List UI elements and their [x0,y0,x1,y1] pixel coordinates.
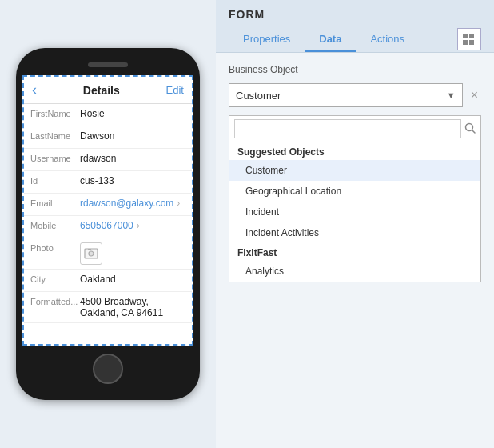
mobile-label: Mobile [30,220,80,230]
firstname-label: FirstName [30,108,80,118]
username-row: Username rdawson [24,149,192,171]
lastname-label: LastName [30,130,80,141]
svg-rect-3 [463,34,468,38]
city-value: Oakland [80,274,185,285]
form-tabs: Properties Data Actions [229,27,481,52]
mobile-row: Mobile 6505067000 › [24,216,192,238]
mobile-value[interactable]: 6505067000 › [80,220,185,231]
tab-data[interactable]: Data [305,27,356,52]
id-value: cus-133 [80,175,185,186]
svg-rect-5 [463,40,468,45]
photo-value [80,242,185,265]
lastname-row: LastName Dawson [24,126,192,149]
city-label: City [30,274,80,284]
dropdown-panel: Suggested Objects Customer Geographical … [229,115,481,282]
business-object-row: Customer ▼ × [229,83,481,107]
formatted-row: Formatted... 4500 Broadway, Oakland, CA … [24,292,192,323]
dropdown-item-analytics[interactable]: Analytics [229,261,480,282]
tab-actions[interactable]: Actions [356,27,419,52]
tab-icon-button[interactable] [457,28,481,50]
edit-button[interactable]: Edit [166,84,184,96]
firstname-row: FirstName Rosie [24,104,192,126]
phone-speaker [88,62,128,67]
dropdown-arrow-icon: ▼ [447,90,456,100]
dropdown-scroll[interactable]: Suggested Objects Customer Geographical … [229,142,480,282]
search-input[interactable] [234,119,461,138]
form-body: Business Object Customer ▼ × [216,53,494,294]
lastname-value: Dawson [80,130,185,142]
formatted-label: Formatted... [30,296,80,306]
email-chevron-icon: › [177,198,180,209]
svg-line-8 [472,130,476,133]
form-title: FORM [229,8,481,21]
business-object-label: Business Object [229,64,481,75]
svg-rect-4 [469,34,474,38]
business-object-select[interactable]: Customer ▼ [229,83,463,107]
details-rows: FirstName Rosie LastName Dawson Username… [24,104,192,344]
phone-mockup-panel: ‹ Details Edit FirstName Rosie LastName … [0,0,216,448]
svg-rect-2 [88,249,91,250]
search-row [229,116,480,142]
svg-rect-6 [469,40,474,45]
id-label: Id [30,175,80,186]
svg-point-1 [89,251,94,256]
dropdown-item-geographical-location[interactable]: Geographical Location [229,181,480,202]
photo-thumbnail [80,242,102,265]
username-label: Username [30,153,80,163]
search-icon[interactable] [464,122,476,136]
dropdown-item-incident-activities[interactable]: Incident Activities [229,222,480,243]
tab-properties[interactable]: Properties [229,27,305,52]
email-label: Email [30,198,80,208]
firstname-value: Rosie [80,108,185,119]
form-header: FORM Properties Data Actions [216,0,494,53]
fixitfast-group-label: FixItFast [229,243,480,261]
business-object-selected-value: Customer [236,90,281,102]
email-row: Email rdawson@galaxy.com › [24,194,192,216]
phone-outer: ‹ Details Edit FirstName Rosie LastName … [16,48,200,400]
city-row: City Oakland [24,270,192,292]
phone-screen: ‹ Details Edit FirstName Rosie LastName … [22,75,193,346]
back-button[interactable]: ‹ [32,82,37,98]
phone-home-button[interactable] [93,354,123,384]
suggested-objects-group-label: Suggested Objects [229,142,480,160]
form-panel: FORM Properties Data Actions Business Ob… [216,0,494,448]
formatted-value: 4500 Broadway, Oakland, CA 94611 [80,296,185,318]
photo-row: Photo [24,238,192,270]
clear-business-object-button[interactable]: × [468,86,481,104]
email-value[interactable]: rdawson@galaxy.com › [80,198,185,209]
username-value: rdawson [80,153,185,164]
photo-label: Photo [30,242,80,253]
dropdown-item-customer[interactable]: Customer [229,160,480,181]
dropdown-item-incident[interactable]: Incident [229,202,480,222]
screen-header: ‹ Details Edit [24,77,192,104]
mobile-chevron-icon: › [137,220,140,231]
id-row: Id cus-133 [24,171,192,194]
screen-title: Details [83,84,120,97]
grid-icon [463,34,476,45]
